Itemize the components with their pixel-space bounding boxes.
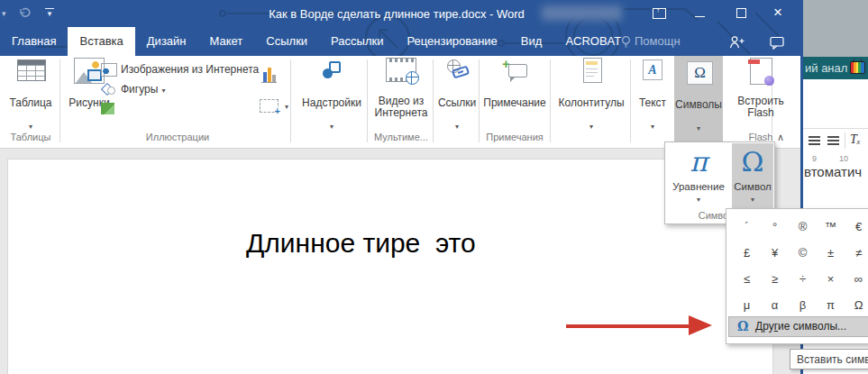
symbol-cell[interactable]: ≥ bbox=[761, 266, 789, 292]
ribbon-tabs: ГлавнаяВставкаДизайнМакетСсылкиРассылкиР… bbox=[0, 27, 633, 56]
addins-button[interactable]: Надстройки bbox=[297, 58, 366, 146]
table-label: Таблица bbox=[7, 97, 54, 109]
symbols-label: Символы bbox=[674, 99, 723, 111]
symbol-cell[interactable]: € bbox=[845, 214, 868, 240]
group-divider bbox=[550, 59, 551, 142]
group-label-multimedia: Мультиме... bbox=[371, 132, 431, 142]
red-arrow-head bbox=[689, 315, 712, 335]
tv-icon bbox=[850, 61, 865, 74]
document-text[interactable]: Длинное тире это bbox=[246, 228, 476, 259]
chevron-down-icon bbox=[732, 196, 773, 204]
insert-symbol-tooltip: Вставить символ... bbox=[790, 349, 868, 369]
header-footer-label: Колонтитулы bbox=[553, 97, 629, 109]
online-pictures-button[interactable]: Изображения из Интернета bbox=[101, 61, 259, 79]
symbol-cell[interactable]: ™ bbox=[817, 214, 845, 240]
customize-qat-icon[interactable]: ▾ bbox=[45, 8, 54, 18]
smartart-icon bbox=[101, 103, 114, 114]
ruler-mark: 9 bbox=[812, 154, 817, 163]
document-page[interactable]: Длинное тире это bbox=[7, 159, 773, 374]
shapes-button[interactable]: Фигуры bbox=[101, 81, 165, 99]
symbol-cell[interactable]: £ bbox=[733, 240, 761, 266]
symbol-cell[interactable]: β bbox=[789, 292, 817, 318]
group-divider bbox=[630, 59, 631, 142]
symbol-cell[interactable]: ° bbox=[761, 214, 789, 240]
symbol-cell[interactable]: ´ bbox=[733, 214, 761, 240]
group-divider bbox=[59, 59, 60, 142]
minimize-icon[interactable] bbox=[695, 16, 705, 17]
ribbon-display-options-icon[interactable] bbox=[653, 8, 666, 19]
share-person-icon[interactable] bbox=[726, 35, 745, 49]
maximize-icon[interactable] bbox=[736, 8, 746, 18]
background-heading-fragment: втоматич bbox=[804, 164, 862, 179]
symbol-cell[interactable]: © bbox=[789, 240, 817, 266]
undo-icon[interactable] bbox=[18, 7, 31, 19]
links-icon bbox=[447, 59, 469, 78]
symbol-cell[interactable]: α bbox=[761, 292, 789, 318]
tab-6[interactable]: Рецензирование bbox=[395, 27, 508, 56]
symbol-cell[interactable]: Ω bbox=[845, 292, 868, 318]
tab-5[interactable]: Рассылки bbox=[319, 27, 395, 56]
more-symbols-label-part: ие символы... bbox=[778, 320, 846, 333]
chevron-down-icon bbox=[674, 124, 723, 132]
header-footer-button[interactable]: Колонтитулы bbox=[553, 58, 629, 146]
justify-icon[interactable] bbox=[809, 136, 820, 145]
chevron-down-icon bbox=[7, 123, 54, 131]
lightbulb-icon bbox=[620, 35, 632, 49]
online-pictures-label: Изображения из Интернета bbox=[121, 63, 259, 76]
red-arrow-shaft bbox=[566, 324, 692, 328]
symbol-cell[interactable]: π bbox=[817, 292, 845, 318]
screenshot-icon bbox=[260, 99, 279, 113]
online-video-label: Видео из Интернета bbox=[371, 96, 431, 119]
symbol-cell[interactable]: ® bbox=[789, 214, 817, 240]
tab-3[interactable]: Макет bbox=[198, 27, 255, 56]
symbol-cell[interactable]: ≠ bbox=[845, 240, 868, 266]
omega-icon: Ω bbox=[687, 61, 713, 85]
symbols-button[interactable]: Ω Символы bbox=[674, 56, 723, 149]
screenshot-button[interactable] bbox=[260, 97, 288, 115]
tab-0[interactable]: Главная bbox=[0, 27, 68, 56]
more-symbols-label-part: Дру bbox=[755, 320, 774, 333]
shapes-icon bbox=[101, 83, 115, 95]
symbol-button[interactable]: Ω Символ bbox=[732, 143, 773, 210]
group-divider bbox=[367, 59, 368, 142]
indent-icon[interactable] bbox=[827, 136, 839, 145]
online-video-icon bbox=[386, 58, 416, 82]
symbol-cell[interactable]: ≤ bbox=[733, 266, 761, 292]
addins-icon bbox=[323, 61, 343, 79]
symbol-grid: ´°®™€£¥©±≠≤≥÷×∞μαβπΩ bbox=[726, 209, 868, 317]
more-symbols-label: Другие символы... bbox=[755, 317, 846, 336]
tab-7[interactable]: Вид bbox=[509, 27, 554, 56]
symbol-cell[interactable]: ÷ bbox=[789, 266, 817, 292]
title-bar: ▾ ▾ Как в Ворде сделать длинное тире.doc… bbox=[0, 0, 800, 27]
symbol-cell[interactable]: ± bbox=[817, 240, 845, 266]
background-ruler: 9 10 bbox=[803, 153, 868, 164]
clear-formatting-icon[interactable]: Tₓ bbox=[850, 132, 861, 147]
equation-button[interactable]: π Уравнение bbox=[666, 143, 731, 210]
symbol-cell[interactable]: × bbox=[817, 266, 845, 292]
symbol-cell[interactable]: ∞ bbox=[845, 266, 868, 292]
omega-icon: Ω bbox=[732, 143, 773, 179]
more-symbols-item[interactable]: Ω Другие символы... bbox=[728, 316, 868, 337]
group-divider bbox=[290, 59, 291, 142]
pi-icon: π bbox=[666, 143, 731, 179]
comments-icon[interactable] bbox=[770, 36, 785, 50]
tab-1[interactable]: Вставка bbox=[68, 27, 134, 56]
group-divider bbox=[433, 59, 434, 142]
qat-overflow-icon[interactable]: ▾ bbox=[2, 9, 6, 18]
links-button[interactable]: Ссылки bbox=[436, 58, 478, 146]
ribbon: Таблица Таблицы Рисунки Изображения из И… bbox=[0, 56, 800, 149]
background-window-titlebar: ий анал bbox=[803, 57, 868, 79]
tab-2[interactable]: Дизайн bbox=[135, 27, 198, 56]
close-icon[interactable]: × bbox=[773, 3, 782, 23]
account-name-blurred bbox=[542, 5, 622, 21]
text-button[interactable]: A Текст bbox=[633, 58, 672, 146]
chevron-down-icon bbox=[633, 123, 672, 131]
symbol-cell[interactable]: ¥ bbox=[761, 240, 789, 266]
group-label-tables: Таблицы bbox=[4, 132, 58, 142]
omega-icon: Ω bbox=[737, 317, 748, 336]
chevron-down-icon bbox=[666, 196, 731, 204]
toolbar-divider bbox=[845, 132, 845, 149]
symbol-cell[interactable]: μ bbox=[733, 292, 761, 318]
tab-4[interactable]: Ссылки bbox=[254, 27, 319, 56]
collapse-ribbon-icon[interactable]: ∧ bbox=[777, 132, 784, 143]
